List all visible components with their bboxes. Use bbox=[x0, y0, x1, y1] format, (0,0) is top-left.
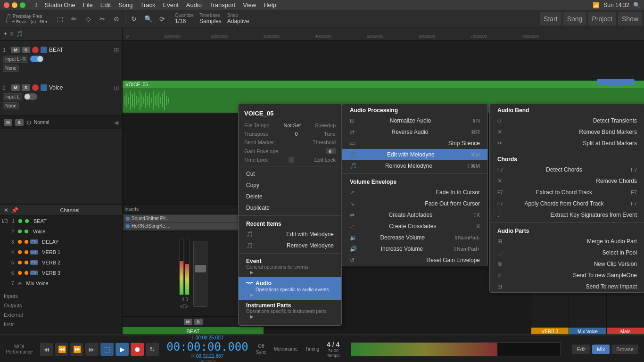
track-1-toggle[interactable] bbox=[30, 56, 43, 62]
small-clip[interactable] bbox=[597, 79, 635, 85]
go-to-end-button[interactable]: ⏭ bbox=[85, 343, 99, 356]
draw-tool[interactable]: ✏ bbox=[67, 12, 81, 25]
track-2-monitor[interactable] bbox=[41, 84, 47, 91]
split-bend-markers-item[interactable]: ✂ Split at Bend Markers bbox=[490, 138, 644, 149]
song-button[interactable]: Song bbox=[563, 12, 586, 25]
track-2-input[interactable]: Input L bbox=[3, 93, 22, 100]
edit-view-button[interactable]: Edit bbox=[572, 345, 590, 354]
cut-item[interactable]: Cut bbox=[239, 168, 341, 180]
inputs-item[interactable]: Inputs bbox=[0, 291, 123, 301]
search-icon[interactable]: 🔍 bbox=[633, 2, 640, 8]
fast-forward-button[interactable]: ⏩ bbox=[70, 343, 83, 356]
remove-icon[interactable]: ✕ bbox=[4, 207, 8, 214]
remove-chords-item[interactable]: ✕ Remove Chords bbox=[490, 175, 644, 187]
audio-menu[interactable]: Audio bbox=[186, 1, 202, 8]
show-button[interactable]: Show bbox=[618, 12, 642, 25]
track-1-input[interactable]: Input L+R bbox=[3, 56, 28, 63]
zoom-tool[interactable]: 🔍 bbox=[141, 12, 155, 25]
new-clip-version-item[interactable]: ⊕ New Clip Version bbox=[490, 258, 644, 270]
normalize-audio-item[interactable]: ⊟ Normalize Audio ⇧N bbox=[342, 115, 487, 126]
loop-tool[interactable]: ↻ bbox=[127, 12, 140, 25]
volume-fader-handle[interactable] bbox=[195, 265, 206, 272]
transport-menu[interactable]: Transport bbox=[209, 1, 235, 8]
extract-chord-track-item[interactable]: F7 Extract to Chord Track F7 bbox=[490, 187, 644, 198]
send-sampleone-item[interactable]: ○ Send To new SampleOne bbox=[490, 270, 644, 281]
strip-silence-item[interactable]: ▭ Strip Silence bbox=[342, 138, 487, 149]
studio-one-menu[interactable]: Studio One bbox=[45, 1, 75, 8]
duplicate-item[interactable]: Duplicate bbox=[239, 202, 341, 214]
extract-key-sigs-item[interactable]: ♩ Extract Key Signatures from Event bbox=[490, 209, 644, 221]
quantize-box[interactable]: Quantize 1/16 bbox=[175, 13, 194, 25]
track-2-solo[interactable]: S bbox=[22, 84, 30, 91]
fade-in-item[interactable]: ↗ Fade In to Cursor bbox=[342, 187, 487, 198]
delete-item[interactable]: Delete bbox=[239, 191, 341, 202]
detect-transients-item[interactable]: ⦶ Detect Transients bbox=[490, 115, 644, 126]
edit-menu[interactable]: Edit bbox=[100, 1, 111, 8]
external-item[interactable]: External bbox=[0, 310, 123, 320]
global-solo[interactable]: S bbox=[15, 119, 24, 126]
send-impact-item[interactable]: ⊟ Send To new Impact bbox=[490, 281, 644, 292]
track-1-none[interactable]: None bbox=[3, 65, 19, 72]
ch-mute[interactable]: M bbox=[184, 319, 192, 325]
remove-melodyne-item[interactable]: 🎵 Remove Melodyne ⇧⌘M bbox=[342, 160, 487, 172]
file-menu[interactable]: File bbox=[83, 1, 93, 8]
global-mute[interactable]: M bbox=[4, 119, 12, 126]
beat-track-lane[interactable] bbox=[123, 41, 644, 78]
increase-volume-item[interactable]: 🔊 Increase Volume ⇧NumPad+ bbox=[342, 243, 487, 255]
view-menu[interactable]: View bbox=[243, 1, 256, 8]
copy-item[interactable]: Copy bbox=[239, 180, 341, 191]
rewind-button[interactable]: ⏪ bbox=[55, 343, 68, 356]
audio-submenu[interactable]: 〰 Audio Operations specific to audio eve… bbox=[239, 277, 341, 300]
gain-knob[interactable]: ◐ bbox=[326, 148, 336, 154]
timebase-box[interactable]: Timebase Samples bbox=[199, 13, 222, 25]
cut-tool[interactable]: ✂ bbox=[96, 12, 109, 25]
scroll-left-icon[interactable]: ◀ bbox=[114, 119, 118, 126]
decrease-volume-item[interactable]: 🔉 Decrease Volume ⇧NumPad- bbox=[342, 232, 487, 243]
event-submenu[interactable]: Event General operations for events bbox=[239, 255, 341, 277]
play-button[interactable]: ▶ bbox=[116, 343, 129, 356]
outputs-item[interactable]: Outputs bbox=[0, 301, 123, 310]
scrub-tool[interactable]: ⟳ bbox=[156, 12, 169, 25]
apply-chords-item[interactable]: F7 Apply Chords from Chord Track F7 bbox=[490, 198, 644, 209]
browse-view-button[interactable]: Browse bbox=[611, 345, 638, 354]
reset-gain-item[interactable]: ↺ Reset Gain Envelope bbox=[342, 255, 487, 266]
merge-audio-part-item[interactable]: ⊞ Merge to Audio Part bbox=[490, 236, 644, 247]
ch-solo[interactable]: S bbox=[194, 319, 203, 325]
help-menu[interactable]: Help bbox=[264, 1, 276, 8]
reverse-audio-item[interactable]: ⇄ Reverse Audio ⌘R bbox=[342, 126, 487, 138]
edit-icon[interactable]: 🎵 bbox=[16, 31, 23, 37]
start-button[interactable]: Start bbox=[540, 12, 561, 25]
maximize-button[interactable] bbox=[20, 2, 25, 8]
mute-tool[interactable]: ⊘ bbox=[110, 12, 123, 25]
power-icon[interactable]: ⏻ bbox=[26, 120, 31, 125]
record-button[interactable]: ⏺ bbox=[131, 343, 144, 356]
loop-toggle-button[interactable]: ↻ bbox=[146, 343, 159, 356]
remove-bend-markers-item[interactable]: ✕ Remove Bend Markers bbox=[490, 126, 644, 138]
mixer-icon[interactable]: ≡ bbox=[10, 31, 13, 37]
create-crossfades-item[interactable]: ⇌ Create Crossfades X bbox=[342, 221, 487, 232]
add-track-icon[interactable]: + bbox=[4, 31, 7, 37]
volume-fader-track[interactable] bbox=[193, 241, 207, 307]
event-menu[interactable]: Event bbox=[163, 1, 179, 8]
track-1-record[interactable] bbox=[32, 47, 39, 53]
track-2-mute[interactable]: M bbox=[11, 84, 20, 91]
timelock-checkbox[interactable] bbox=[289, 157, 294, 163]
project-button[interactable]: Project bbox=[588, 12, 616, 25]
detect-chords-item[interactable]: F7 Detect Chords F7 bbox=[490, 164, 644, 175]
track-menu[interactable]: Track bbox=[140, 1, 156, 8]
go-to-start-button[interactable]: ⏮ bbox=[40, 343, 53, 356]
edit-melodyne-item[interactable]: 🎵 Edit with Melodyne ⌘M bbox=[342, 149, 487, 160]
track-2-toggle[interactable] bbox=[24, 93, 37, 100]
fade-out-item[interactable]: ↘ Fade Out from Cursor bbox=[342, 198, 487, 209]
select-in-pool-item[interactable]: ⬚ Select in Pool bbox=[490, 247, 644, 258]
pin-icon[interactable]: 📌 bbox=[11, 207, 18, 214]
track-1-monitor[interactable] bbox=[41, 47, 47, 53]
minimize-button[interactable] bbox=[12, 2, 17, 8]
instrument-parts-submenu[interactable]: Instrument Parts Operations specific to … bbox=[239, 300, 341, 321]
song-menu[interactable]: Song bbox=[118, 1, 132, 8]
instr-item[interactable]: Instr. bbox=[0, 320, 123, 329]
loop-button[interactable]: ⬚ bbox=[100, 343, 114, 356]
track-2-none[interactable]: None bbox=[3, 102, 19, 109]
close-button[interactable] bbox=[4, 2, 9, 8]
edit-melodyne-recent[interactable]: 🎵 Edit with Melodyne bbox=[239, 229, 341, 240]
